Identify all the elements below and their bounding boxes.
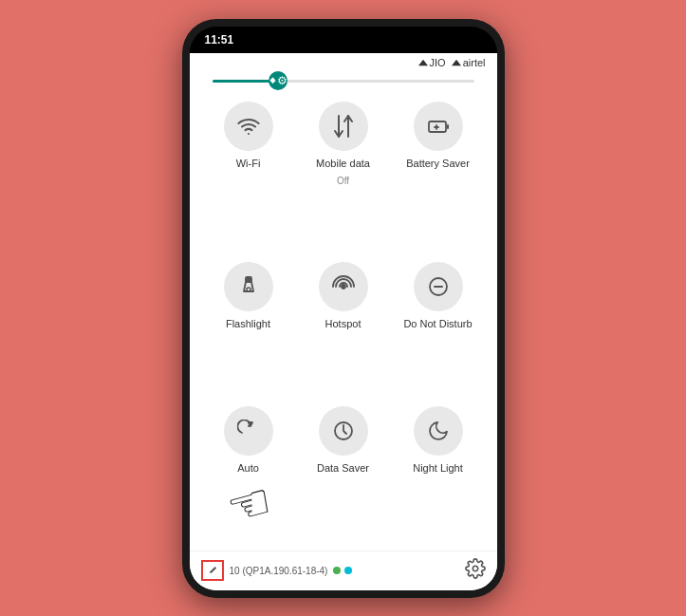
signal-airtel-icon [452, 58, 461, 67]
wifi-icon-circle [224, 102, 273, 151]
qs-tile-dnd[interactable]: Do Not Disturb [395, 262, 482, 399]
data-saver-label: Data Saver [317, 461, 369, 475]
status-time: 11:51 [205, 33, 234, 47]
night-light-icon [427, 420, 450, 442]
brightness-gear-icon [269, 74, 277, 87]
quick-settings-grid: Wi-Fi Mobile data Off [190, 94, 497, 551]
phone-device: 11:51 JIO airtel [182, 19, 505, 598]
svg-point-8 [342, 285, 345, 289]
qs-tile-mobile-data[interactable]: Mobile data Off [300, 102, 387, 254]
wifi-label: Wi-Fi [236, 157, 261, 170]
svg-rect-6 [246, 277, 251, 282]
auto-rotate-icon [237, 420, 260, 442]
battery-saver-icon [427, 115, 450, 138]
auto-rotate-icon-circle [224, 406, 273, 456]
qs-tile-flashlight[interactable]: Flashlight [205, 262, 292, 399]
pencil-icon [207, 564, 218, 577]
mobile-data-sub: Off [337, 176, 349, 186]
qs-tile-battery-saver[interactable]: Battery Saver [395, 102, 482, 254]
qs-tile-auto-rotate[interactable]: Auto [205, 406, 292, 543]
dnd-icon [427, 275, 450, 298]
version-text: 10 (QP1A.190.61-18-4) [230, 566, 328, 576]
dnd-label: Do Not Disturb [403, 317, 472, 330]
flashlight-icon-circle [224, 262, 273, 311]
phone-screen: JIO airtel [190, 53, 497, 590]
settings-gear-icon [465, 558, 486, 579]
bottom-left-section: 10 (QP1A.190.61-18-4) [201, 560, 353, 581]
edit-button[interactable] [201, 560, 224, 581]
wifi-icon [237, 115, 260, 138]
indicator-dot-teal [344, 567, 352, 574]
brightness-slider[interactable] [213, 80, 474, 83]
indicator-dot-green [333, 567, 341, 574]
dnd-icon-circle [414, 262, 463, 311]
carrier-signals: JIO airtel [418, 57, 486, 68]
dot-indicators [333, 567, 352, 574]
carrier-jio-label: JIO [430, 57, 446, 68]
night-light-icon-circle [414, 406, 463, 456]
battery-saver-label: Battery Saver [406, 157, 470, 170]
hotspot-icon-circle [319, 262, 368, 311]
carrier-airtel-label: airtel [463, 57, 486, 68]
qs-tile-hotspot[interactable]: Hotspot [300, 262, 387, 399]
svg-marker-0 [418, 59, 428, 65]
bottom-bar: 10 (QP1A.190.61-18-4) [190, 551, 497, 590]
signal-jio: JIO [418, 57, 446, 68]
phone-top-bar: 11:51 [190, 27, 497, 53]
signal-airtel: airtel [452, 57, 486, 68]
settings-button[interactable] [465, 558, 486, 584]
hotspot-icon [332, 275, 355, 298]
phone-content: Wi-Fi Mobile data Off [190, 94, 497, 590]
data-saver-icon [332, 420, 355, 442]
qs-tile-night-light[interactable]: Night Light [395, 406, 482, 543]
flashlight-label: Flashlight [226, 317, 270, 330]
mobile-data-icon-circle [319, 102, 368, 151]
flashlight-icon [237, 275, 260, 298]
battery-saver-icon-circle [414, 102, 463, 151]
svg-marker-1 [452, 59, 461, 65]
data-saver-icon-circle [319, 406, 368, 456]
mobile-data-label: Mobile data [316, 157, 370, 170]
qs-tile-data-saver[interactable]: Data Saver [300, 406, 387, 543]
brightness-thumb[interactable] [269, 71, 287, 90]
night-light-label: Night Light [413, 461, 463, 475]
auto-rotate-label: Auto [237, 461, 259, 475]
svg-point-13 [473, 566, 478, 571]
qs-tile-wifi[interactable]: Wi-Fi [205, 102, 292, 254]
status-bar: JIO airtel [190, 53, 497, 72]
brightness-row[interactable] [190, 72, 497, 94]
signal-jio-icon [418, 58, 428, 67]
hotspot-label: Hotspot [325, 317, 362, 330]
mobile-data-icon [332, 115, 355, 138]
svg-point-7 [247, 288, 250, 291]
